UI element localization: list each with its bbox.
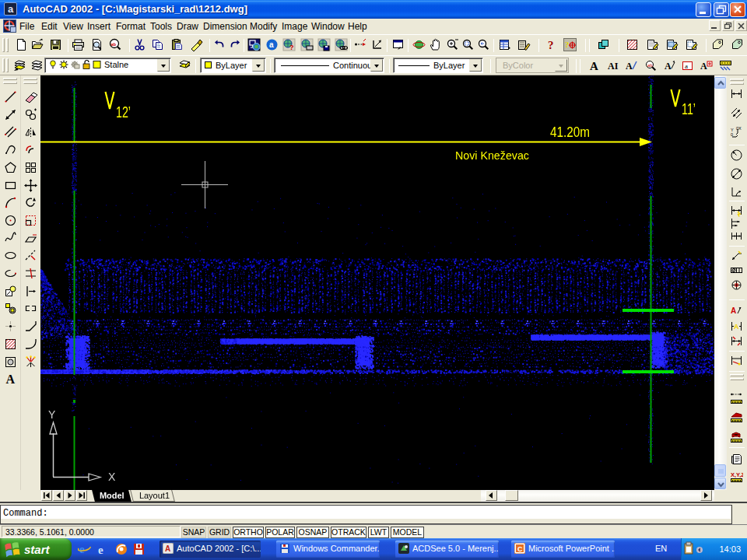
svg-text:a: a: [685, 62, 688, 70]
svg-text:X: X: [738, 126, 742, 131]
svg-text:A: A: [731, 306, 736, 315]
svg-text:41.20m: 41.20m: [550, 124, 590, 140]
svg-text:A: A: [165, 544, 170, 553]
svg-text:A: A: [590, 60, 598, 72]
svg-text:e: e: [98, 544, 103, 556]
svg-text:ab: ab: [647, 63, 653, 68]
svg-text:?: ?: [565, 40, 570, 49]
svg-text:Stalne: Stalne: [104, 60, 128, 69]
svg-text:A: A: [6, 373, 16, 386]
svg-text:start: start: [24, 543, 51, 556]
svg-text:Y: Y: [48, 408, 56, 421]
svg-text:12’: 12’: [116, 103, 131, 121]
svg-text:?: ?: [548, 39, 554, 51]
svg-text:A: A: [665, 61, 672, 72]
svg-text:X,Y,Z: X,Y,Z: [731, 471, 743, 478]
svg-text:X: X: [108, 471, 116, 483]
svg-text:ab: ab: [110, 42, 116, 47]
svg-text:e: e: [79, 543, 85, 555]
svg-text:11’: 11’: [682, 100, 696, 117]
svg-text:0: 0: [731, 132, 733, 137]
svg-text:?: ?: [289, 44, 294, 51]
svg-text:A: A: [734, 323, 739, 331]
svg-text:a: a: [269, 40, 274, 49]
svg-text:A: A: [700, 61, 707, 72]
svg-text:C: C: [517, 545, 523, 553]
svg-text:Novi Kneževac: Novi Kneževac: [455, 149, 529, 162]
svg-text:A: A: [626, 61, 633, 72]
svg-text:AI: AI: [608, 61, 619, 72]
